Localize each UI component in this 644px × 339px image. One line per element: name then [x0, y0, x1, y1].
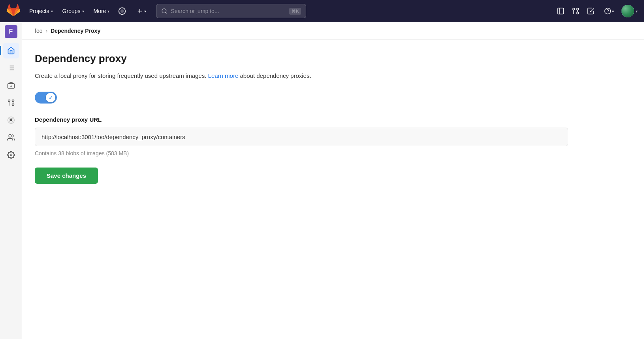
- sidebar-item-issues[interactable]: [3, 60, 19, 76]
- sidebar-item-packages[interactable]: [3, 77, 19, 93]
- url-section-label: Dependency proxy URL: [35, 116, 631, 123]
- breadcrumb-parent[interactable]: foo: [35, 28, 42, 34]
- groups-chevron-icon: ▾: [82, 9, 84, 13]
- svg-point-11: [573, 8, 575, 10]
- toggle-check-icon: ✓: [49, 95, 53, 101]
- svg-rect-9: [558, 8, 564, 14]
- search-shortcut: ⌘K: [289, 8, 301, 15]
- home-icon: [7, 47, 15, 55]
- sidebar-item-home[interactable]: [3, 43, 19, 58]
- nav-right-icons: ▾ ▾: [554, 4, 638, 18]
- save-changes-button[interactable]: Save changes: [35, 168, 98, 184]
- sidebar: F: [0, 22, 22, 339]
- merge-requests-icon: [7, 99, 15, 107]
- svg-point-27: [12, 100, 14, 102]
- page-description: Create a local proxy for storing frequen…: [35, 71, 343, 81]
- blob-info: Contains 38 blobs of images (583 MB): [35, 150, 631, 156]
- page-content-area: Dependency proxy Create a local proxy fo…: [22, 40, 644, 196]
- toggle-knob: ✓: [46, 93, 55, 102]
- search-bar[interactable]: ⌘K: [156, 4, 306, 18]
- help-icon[interactable]: ▾: [599, 4, 619, 18]
- url-display[interactable]: http://localhost:3001/foo/dependency_pro…: [35, 128, 568, 146]
- group-avatar[interactable]: F: [5, 25, 17, 38]
- svg-point-28: [10, 119, 11, 121]
- nav-groups[interactable]: Groups ▾: [58, 6, 88, 17]
- svg-line-8: [166, 12, 167, 13]
- svg-point-7: [162, 9, 166, 13]
- gitlab-logo[interactable]: [6, 3, 24, 19]
- packages-icon: [7, 81, 15, 89]
- enable-toggle[interactable]: ✓: [35, 92, 57, 104]
- settings-icon: [7, 151, 15, 159]
- merge-requests-nav-icon[interactable]: [569, 4, 583, 18]
- sidebar-item-merge-requests[interactable]: [3, 95, 19, 111]
- sidebar-toggle-icon[interactable]: [554, 4, 568, 18]
- main-layout: F: [0, 22, 644, 339]
- nav-projects[interactable]: Projects ▾: [25, 6, 57, 17]
- cicd-icon: [7, 116, 15, 124]
- members-icon: [7, 134, 15, 141]
- create-button[interactable]: ▾: [131, 4, 151, 18]
- sidebar-item-settings[interactable]: [3, 147, 19, 163]
- svg-point-25: [8, 100, 10, 102]
- sidebar-item-members[interactable]: [3, 130, 19, 145]
- toggle-wrapper: ✓: [35, 92, 631, 104]
- help-chevron-icon: ▾: [612, 9, 614, 13]
- main-content: foo › Dependency Proxy Dependency proxy …: [22, 22, 644, 339]
- svg-point-12: [577, 12, 579, 14]
- svg-point-29: [9, 135, 11, 137]
- todos-icon[interactable]: [584, 4, 598, 18]
- create-chevron-icon: ▾: [144, 9, 146, 13]
- breadcrumb-separator: ›: [45, 28, 47, 34]
- page-title: Dependency proxy: [35, 53, 631, 65]
- learn-more-link[interactable]: Learn more: [208, 72, 239, 79]
- nav-more[interactable]: More ▾: [90, 6, 114, 17]
- search-input[interactable]: [171, 8, 286, 14]
- svg-point-26: [12, 104, 14, 106]
- navbar: Projects ▾ Groups ▾ More ▾ ▾ ⌘K: [0, 0, 644, 22]
- svg-point-30: [10, 154, 12, 156]
- breadcrumb: foo › Dependency Proxy: [22, 22, 644, 40]
- search-icon: [161, 8, 168, 14]
- more-chevron-icon: ▾: [107, 9, 109, 13]
- sidebar-item-cicd[interactable]: [3, 112, 19, 128]
- avatar-chevron-icon: ▾: [636, 9, 638, 13]
- projects-chevron-icon: ▾: [51, 9, 53, 13]
- user-avatar[interactable]: [621, 5, 634, 17]
- breadcrumb-current: Dependency Proxy: [51, 28, 100, 34]
- issues-icon: [7, 64, 15, 72]
- svg-point-4: [121, 10, 124, 13]
- svg-point-13: [577, 8, 579, 10]
- status-page-icon[interactable]: [115, 4, 129, 18]
